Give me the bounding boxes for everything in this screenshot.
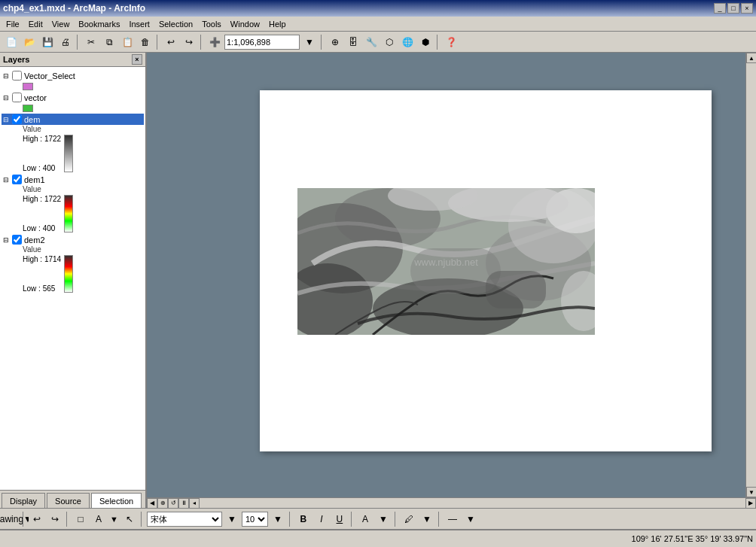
toolbar: 📄 📂 💾 🖨 ✂ ⧉ 📋 🗑 ↩ ↪ ➕ ▼ ⊕ 🗄 🔧 ⬡ 🌐 ⬢ ❓	[0, 32, 756, 53]
toc-close-button[interactable]: ×	[132, 54, 142, 65]
menu-file[interactable]: File	[2, 18, 24, 30]
text-btn-arrow[interactable]: ▼	[108, 515, 120, 524]
print-button[interactable]: 🖨	[57, 34, 74, 50]
tab-display[interactable]: Display	[2, 493, 45, 508]
menu-view[interactable]: View	[47, 18, 75, 30]
menu-tools[interactable]: Tools	[197, 18, 226, 30]
what-is-btn[interactable]: ❓	[443, 34, 459, 50]
arc-scene-btn[interactable]: ⬡	[381, 34, 398, 50]
menu-insert[interactable]: Insert	[124, 18, 154, 30]
checkbox-dem2[interactable]	[12, 235, 22, 245]
map-area-wrapper: www.njubb.net ▲ ▼ ◀ ⊕ ↺ ⏸ ◂ ▶	[147, 53, 756, 508]
map-nav-btn-3[interactable]: ↺	[168, 498, 178, 509]
checkbox-dem1[interactable]	[12, 175, 22, 184]
checkbox-dem[interactable]	[12, 114, 22, 124]
redo-button[interactable]: ↪	[181, 34, 197, 50]
scroll-down-button[interactable]: ▼	[746, 487, 756, 497]
text-btn[interactable]: A	[90, 511, 107, 527]
layer-row-vector-select[interactable]: ⊟ Vector_Select	[2, 70, 144, 81]
paste-button[interactable]: 📋	[119, 34, 136, 50]
undo-drawing-btn[interactable]: ↩	[29, 511, 45, 527]
menu-window[interactable]: Window	[226, 18, 264, 30]
map-nav-btn-1[interactable]: ◀	[147, 498, 157, 509]
cut-button[interactable]: ✂	[83, 34, 99, 50]
scale-input[interactable]	[224, 35, 300, 50]
hscrollbar-track[interactable]	[200, 498, 745, 509]
underline-button[interactable]: U	[331, 511, 348, 527]
drawing-dropdown[interactable]: Drawing ▼	[3, 511, 20, 527]
italic-button[interactable]: I	[313, 511, 330, 527]
map-nav-btn-2[interactable]: ⊕	[157, 498, 168, 509]
page-area: www.njubb.net	[260, 90, 712, 451]
size-select[interactable]: 10	[242, 512, 268, 527]
toc-content: ⊟ Vector_Select ⊟ vector	[0, 67, 145, 490]
arc-globe-btn[interactable]: 🌐	[399, 34, 416, 50]
close-button[interactable]: ×	[741, 3, 753, 14]
title-bar-text: chp4_ex1.mxd - ArcMap - ArcInfo	[3, 3, 145, 14]
new-button[interactable]: 📄	[3, 34, 20, 50]
menu-selection[interactable]: Selection	[154, 18, 197, 30]
menu-bar: File Edit View Bookmarks Insert Selectio…	[0, 17, 756, 32]
menu-help[interactable]: Help	[264, 18, 291, 30]
sep1	[77, 35, 80, 50]
line-color-dropdown[interactable]: ▼	[462, 511, 479, 527]
map-nav-btn-5[interactable]: ◂	[189, 498, 200, 509]
expand-dem1[interactable]: ⊟	[3, 176, 11, 184]
tab-source[interactable]: Source	[47, 493, 90, 508]
select-tool[interactable]: ⊕	[327, 34, 343, 50]
maximize-button[interactable]: □	[727, 3, 739, 14]
arc-3d-btn[interactable]: ⬢	[417, 34, 434, 50]
add-data-button[interactable]: ➕	[206, 34, 223, 50]
menu-bookmarks[interactable]: Bookmarks	[74, 18, 124, 30]
toc-panel: Layers × ⊟ Vector_Select	[0, 53, 147, 508]
legend-dem2-label: Value	[23, 245, 144, 254]
minimize-button[interactable]: _	[714, 3, 726, 14]
toc-header: Layers ×	[0, 53, 145, 67]
expand-vector-select[interactable]: ⊟	[3, 72, 11, 80]
open-button[interactable]: 📂	[21, 34, 38, 50]
content-row: Layers × ⊟ Vector_Select	[0, 53, 756, 508]
font-select[interactable]: 宋体	[147, 512, 222, 527]
layer-row-dem2[interactable]: ⊟ dem2	[2, 234, 144, 245]
coordinates-display: 109° 16' 27.51"E 35° 19' 33.97"N	[632, 534, 753, 543]
legend-dem1-label: Value	[23, 185, 144, 193]
delete-button[interactable]: 🗑	[137, 34, 154, 50]
expand-dem[interactable]: ⊟	[3, 116, 11, 123]
bottom-scrollbar: ◀ ⊕ ↺ ⏸ ◂ ▶	[147, 497, 756, 508]
bold-button[interactable]: B	[295, 511, 312, 527]
arc-catalog-btn[interactable]: 🗄	[345, 34, 361, 50]
fill-color-btn[interactable]: 🖊	[401, 511, 417, 527]
font-color-btn[interactable]: A	[357, 511, 373, 527]
undo-button[interactable]: ↩	[163, 34, 179, 50]
tab-selection[interactable]: Selection	[91, 493, 142, 508]
font-color-dropdown[interactable]: ▼	[375, 511, 392, 527]
expand-dem2[interactable]: ⊟	[3, 236, 11, 244]
scale-dropdown[interactable]: ▼	[301, 34, 318, 50]
checkbox-vector-select[interactable]	[12, 71, 22, 81]
redo-drawing-btn[interactable]: ↪	[47, 511, 63, 527]
rectangle-btn[interactable]: □	[72, 511, 89, 527]
pointer-btn[interactable]: ↖	[121, 511, 138, 527]
scroll-right-button[interactable]: ▶	[745, 498, 756, 509]
checkbox-vector[interactable]	[12, 93, 22, 102]
menu-edit[interactable]: Edit	[24, 18, 47, 30]
sep2	[157, 35, 160, 50]
map-nav-btn-4[interactable]: ⏸	[178, 498, 189, 509]
layer-name-vector: vector	[24, 93, 47, 102]
layer-row-dem1[interactable]: ⊟ dem1	[2, 174, 144, 185]
dem2-low: Low : 565	[23, 284, 61, 293]
scroll-track-right[interactable]	[746, 63, 756, 487]
arc-toolbox-btn[interactable]: 🔧	[363, 34, 380, 50]
scroll-up-button[interactable]: ▲	[746, 53, 756, 63]
map-background[interactable]: www.njubb.net	[147, 53, 745, 497]
layer-row-dem[interactable]: ⊟ dem	[2, 114, 144, 125]
layer-row-vector[interactable]: ⊟ vector	[2, 92, 144, 103]
line-color-btn[interactable]: —	[444, 511, 461, 527]
save-button[interactable]: 💾	[39, 34, 56, 50]
fill-color-dropdown[interactable]: ▼	[419, 511, 435, 527]
layer-name-dem1: dem1	[24, 175, 45, 184]
size-dropdown-arrow[interactable]: ▼	[270, 511, 286, 527]
expand-vector[interactable]: ⊟	[3, 94, 11, 102]
font-dropdown-arrow[interactable]: ▼	[224, 511, 240, 527]
copy-button[interactable]: ⧉	[101, 34, 117, 50]
